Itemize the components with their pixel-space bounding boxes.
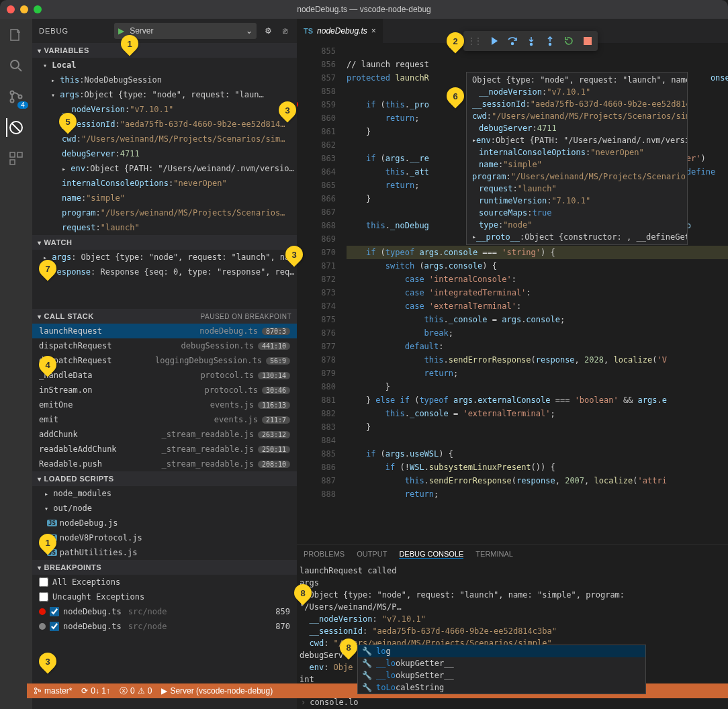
breakpoint-icon [39,623,46,630]
git-branch-status[interactable]: master* [34,686,72,696]
maximize-window-icon[interactable] [34,5,42,13]
script-file[interactable]: JSnodeV8Protocol.js [32,530,297,545]
variable-row[interactable]: program: "/Users/weinand/MS/Projects/Sce… [32,205,297,220]
breakpoints-header[interactable]: ▾BREAKPOINTS [32,560,297,575]
callstack-frame[interactable]: emitOneevents.js116:13 [32,397,297,412]
debug-console-icon[interactable]: ⎚ [280,26,290,36]
svg-rect-11 [584,37,592,45]
debug-icon[interactable] [6,118,25,137]
script-folder[interactable]: ▸ node_modules [32,486,297,501]
minimize-window-icon[interactable] [20,5,28,13]
search-icon[interactable] [7,56,26,75]
watch-header[interactable]: ▾WATCH [32,235,297,250]
variable-row[interactable]: internalConsoleOptions: "neverOpen" [32,176,297,191]
svg-point-2 [11,99,14,103]
step-into-button[interactable] [525,35,537,47]
callstack-frame[interactable]: emitevents.js211:7 [32,412,297,427]
close-tab-icon[interactable]: × [371,26,376,36]
suggest-item[interactable]: 🔧__lookupGetter__ [358,657,645,669]
typescript-icon: TS [304,27,313,35]
explorer-icon[interactable] [7,26,26,44]
panel-tab[interactable]: DEBUG CONSOLE [399,550,463,559]
variable-row[interactable]: debugServer: 4711 [32,146,297,161]
callstack-frame[interactable]: dispatchRequestdebugSession.ts441:10 [32,338,297,353]
stop-button[interactable] [582,35,594,47]
method-icon: 🔧 [362,683,372,692]
watch-row[interactable]: ▸ response: Response {seq: 0, type: "res… [32,265,297,279]
callstack-frame[interactable]: launchRequestnodeDebug.ts870:3 [32,324,297,338]
titlebar: nodeDebug.ts — vscode-node-debug [0,0,728,19]
svg-point-10 [549,44,551,46]
method-icon: 🔧 [362,671,372,680]
suggest-item[interactable]: 🔧toLocaleString [358,681,645,694]
svg-point-12 [35,688,37,690]
debug-hover-tooltip[interactable]: Object {type: "node", request: "launch",… [466,72,688,245]
svg-rect-5 [10,152,15,157]
svg-point-8 [512,43,514,45]
method-icon: 🔧 [362,659,372,668]
breakpoint-row[interactable]: nodeDebug.tssrc/node870 [32,619,297,634]
activity-bar: 4 [0,19,32,709]
scm-badge: 4 [17,101,28,109]
svg-point-13 [35,692,37,694]
run-status[interactable]: ▶ Server (vscode-node-debug) [161,686,273,696]
callstack-frame[interactable]: _handleDataprotocol.ts130:14 [32,368,297,383]
svg-point-9 [531,44,533,46]
svg-rect-7 [10,160,15,164]
close-window-icon[interactable] [7,5,15,13]
method-icon: 🔧 [362,647,372,656]
panel-tab[interactable]: PROBLEMS [304,550,345,558]
suggest-item[interactable]: 🔧log [358,645,645,657]
variables-header[interactable]: ▾VARIABLES [32,43,297,58]
panel-tab[interactable]: OUTPUT [357,550,387,558]
suggest-widget[interactable]: 🔧log🔧__lookupGetter__🔧__lookupSetter__🔧t… [357,645,646,694]
script-file[interactable]: JSpathUtilities.js [32,545,297,560]
drag-handle-icon[interactable]: ⋮⋮ [467,36,481,46]
tab-nodedebug[interactable]: TS nodeDebug.ts × [297,19,383,43]
svg-point-0 [11,60,19,68]
variable-row[interactable]: cwd: "/Users/weinand/MS/Projects/Scenari… [32,132,297,146]
variable-row[interactable]: ▸ env: Object {PATH: "/Users/weinand/.nv… [32,161,297,176]
panel-tab[interactable]: TERMINAL [475,550,513,558]
variable-row[interactable]: request: "launch" [32,220,297,235]
start-debug-icon[interactable]: ▶ [118,26,124,36]
svg-rect-6 [17,152,22,157]
scm-icon[interactable]: 4 [7,87,26,106]
callstack-frame[interactable]: Readable.push_stream_readable.js208:10 [32,457,297,471]
callstack-header[interactable]: ▾CALL STACKPAUSED ON BREAKPOINT [32,309,297,324]
extensions-icon[interactable] [7,149,26,168]
restart-button[interactable] [563,35,575,47]
gear-icon[interactable]: ⚙ [262,26,275,36]
breakpoint-icon [39,608,46,615]
variable-row[interactable]: ▾ args: Object {type: "node", request: "… [32,87,297,102]
loaded-scripts-header[interactable]: ▾LOADED SCRIPTS [32,471,297,486]
step-over-button[interactable] [506,35,518,47]
window-title: nodeDebug.ts — vscode-node-debug [297,5,430,14]
variable-row[interactable]: name: "simple" [32,191,297,205]
callstack-frame[interactable]: addChunk_stream_readable.js263:12 [32,427,297,442]
breakpoint-exception-toggle[interactable]: Uncaught Exceptions [32,589,297,604]
chevron-down-icon[interactable]: ⌄ [246,26,253,36]
svg-point-1 [11,91,14,95]
errors-status[interactable]: ⓧ 0 ⚠ 0 [120,686,152,697]
sync-status[interactable]: ⟳ 0↓ 1↑ [81,686,110,696]
callstack-frame[interactable]: readableAddChunk_stream_readable.js250:1… [32,442,297,457]
breakpoint-exception-toggle[interactable]: All Exceptions [32,575,297,589]
sidebar-title: DEBUG [39,27,69,35]
debug-config-dropdown[interactable]: ▶ Server ⌄ [114,23,257,39]
debug-toolbar[interactable]: ⋮⋮ [463,31,598,51]
breakpoint-row[interactable]: nodeDebug.tssrc/node859 [32,604,297,619]
step-out-button[interactable] [544,35,556,47]
script-file[interactable]: JSnodeDebug.js [32,516,297,530]
suggest-item[interactable]: 🔧__lookupSetter__ [358,669,645,681]
panel-tabs: PROBLEMSOUTPUTDEBUG CONSOLETERMINAL [297,545,728,563]
callstack-frame[interactable]: dispatchRequestloggingDebugSession.ts56:… [32,353,297,368]
script-folder[interactable]: ▾ out/node [32,501,297,516]
continue-button[interactable] [488,35,500,47]
watch-row[interactable]: ▸ args: Object {type: "node", request: "… [32,250,297,265]
variable-row[interactable]: ▸ this: NodeDebugSession [32,73,297,87]
callstack-frame[interactable]: inStream.onprotocol.ts30:46 [32,383,297,397]
breakpoint-glyph[interactable] [297,101,298,107]
sidebar-header: DEBUG ▶ Server ⌄ ⚙ ⎚ [32,19,297,43]
